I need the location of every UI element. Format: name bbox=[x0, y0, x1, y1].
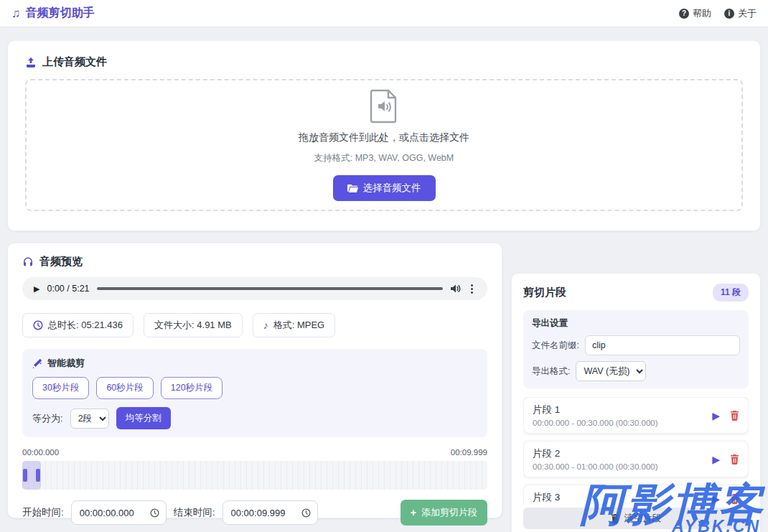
segment-range: 00:00.000 - 00:30.000 (00:30.000) bbox=[533, 419, 712, 427]
add-segment-button[interactable]: + 添加剪切片段 bbox=[401, 500, 487, 526]
app-page: ♫ 音频剪切助手 ? 帮助 i 关于 上传音频文件 bbox=[0, 0, 768, 532]
info-icon: i bbox=[724, 9, 734, 19]
cut-30s-button[interactable]: 30秒片段 bbox=[32, 377, 89, 399]
filesize-badge: 文件大小: 4.91 MB bbox=[144, 313, 243, 337]
audio-player[interactable]: ▶ 0:00 / 5:21 bbox=[22, 277, 487, 300]
segments-title: 剪切片段 bbox=[523, 286, 566, 299]
help-label: 帮助 bbox=[693, 7, 711, 20]
segment-actions: ▶ bbox=[712, 493, 739, 505]
waveform[interactable] bbox=[22, 461, 487, 490]
delete-segment-button[interactable] bbox=[730, 454, 739, 465]
delete-segment-button[interactable] bbox=[730, 494, 739, 504]
cut-60s-button[interactable]: 60秒片段 bbox=[96, 377, 153, 399]
waveform-labels: 00:00.000 00:09.999 bbox=[22, 448, 487, 457]
preview-section-title: 音频预览 bbox=[22, 255, 487, 269]
segment-name: 片段 2 bbox=[533, 447, 712, 460]
about-label: 关于 bbox=[738, 7, 757, 20]
prefix-row: 文件名前缀: bbox=[532, 335, 740, 355]
player-seek-bar[interactable] bbox=[97, 287, 443, 290]
clock-icon[interactable] bbox=[301, 508, 311, 518]
export-settings-title: 导出设置 bbox=[532, 317, 740, 330]
app-header: ♫ 音频剪切助手 ? 帮助 i 关于 bbox=[0, 0, 768, 27]
delete-segment-button[interactable] bbox=[730, 411, 739, 421]
segments-card: 剪切片段 11 段 导出设置 文件名前缀: 导出格式: WAV (无损) bbox=[511, 273, 761, 532]
segments-header: 剪切片段 11 段 bbox=[523, 284, 749, 302]
player-play-icon[interactable]: ▶ bbox=[34, 284, 39, 294]
player-more-options-icon[interactable] bbox=[468, 283, 476, 295]
prefix-input[interactable] bbox=[585, 335, 740, 355]
segment-info: 片段 3 bbox=[533, 491, 712, 505]
supported-formats-text: 支持格式: MP3, WAV, OGG, WebM bbox=[314, 152, 454, 164]
upload-card: 上传音频文件 拖放音频文件到此处，或点击选择文件 支持格式: MP3, WAV,… bbox=[7, 40, 761, 231]
app-title: 音频剪切助手 bbox=[26, 6, 95, 21]
waveform-end-label: 00:09.999 bbox=[451, 448, 487, 457]
split-label: 等分为: bbox=[32, 412, 63, 425]
right-column: 剪切片段 11 段 导出设置 文件名前缀: 导出格式: WAV (无损) bbox=[511, 273, 761, 532]
equal-split-button[interactable]: 均等分割 bbox=[116, 407, 171, 429]
duration-badge: 总时长: 05:21.436 bbox=[22, 313, 134, 337]
format-badge: ♪ 格式: MPEG bbox=[253, 313, 336, 337]
dropzone-text: 拖放音频文件到此处，或点击选择文件 bbox=[299, 131, 469, 144]
trash-icon bbox=[730, 494, 739, 504]
plus-icon: + bbox=[411, 507, 416, 518]
help-link[interactable]: ? 帮助 bbox=[679, 7, 711, 20]
duration-text: 总时长: 05:21.436 bbox=[48, 319, 123, 332]
preview-section-label: 音频预览 bbox=[39, 255, 83, 269]
segment-item-3: 片段 3 ▶ bbox=[523, 485, 749, 505]
segment-range: 00:30.000 - 01:00.000 (00:30.000) bbox=[533, 462, 712, 471]
main-row: 音频预览 ▶ 0:00 / 5:21 bbox=[7, 243, 761, 532]
headphones-icon bbox=[22, 256, 34, 268]
play-segment-button[interactable]: ▶ bbox=[712, 410, 720, 421]
header-nav: ? 帮助 i 关于 bbox=[679, 7, 757, 20]
magic-wand-icon bbox=[32, 358, 42, 368]
format-row: 导出格式: WAV (无损) bbox=[532, 361, 740, 381]
time-controls-row: 开始时间: 结束时间: + 添加剪切片段 bbox=[22, 500, 487, 526]
folder-icon bbox=[347, 184, 358, 193]
prefix-label: 文件名前缀: bbox=[532, 340, 579, 352]
upload-section-label: 上传音频文件 bbox=[42, 55, 107, 69]
segment-count-badge: 11 段 bbox=[713, 284, 749, 302]
upload-icon bbox=[25, 57, 37, 68]
selection-right-handle[interactable] bbox=[36, 469, 40, 482]
trash-icon bbox=[730, 411, 739, 421]
end-time-field bbox=[223, 500, 318, 525]
clock-icon[interactable] bbox=[150, 508, 159, 518]
audio-preview-card: 音频预览 ▶ 0:00 / 5:21 bbox=[7, 243, 502, 518]
audio-info-row: 总时长: 05:21.436 文件大小: 4.91 MB ♪ 格式: MPEG bbox=[22, 313, 487, 337]
segment-list[interactable]: 片段 1 00:00.000 - 00:30.000 (00:30.000) ▶ bbox=[523, 397, 749, 505]
end-time-input[interactable] bbox=[231, 508, 297, 518]
upload-section-title: 上传音频文件 bbox=[25, 55, 743, 69]
segment-name: 片段 3 bbox=[533, 491, 712, 504]
split-row: 等分为: 2段 均等分割 bbox=[32, 407, 477, 429]
format-label: 导出格式: bbox=[532, 365, 570, 378]
clear-segments-label: 清空片段 bbox=[624, 512, 662, 525]
add-segment-label: 添加剪切片段 bbox=[421, 506, 477, 519]
clear-segments-button[interactable]: 清空片段 bbox=[523, 508, 749, 529]
music-note-icon: ♪ bbox=[263, 319, 268, 331]
export-format-select[interactable]: WAV (无损) bbox=[576, 361, 646, 381]
start-time-field bbox=[71, 500, 167, 525]
selection-left-handle[interactable] bbox=[23, 469, 27, 482]
upload-dropzone[interactable]: 拖放音频文件到此处，或点击选择文件 支持格式: MP3, WAV, OGG, W… bbox=[25, 79, 743, 211]
segment-name: 片段 1 bbox=[533, 403, 712, 416]
smart-cut-box: 智能裁剪 30秒片段 60秒片段 120秒片段 等分为: 2段 均等分割 bbox=[22, 349, 487, 437]
segment-item-2: 片段 2 00:30.000 - 01:00.000 (00:30.000) ▶ bbox=[523, 441, 749, 477]
segment-item-1: 片段 1 00:00.000 - 00:30.000 (00:30.000) ▶ bbox=[523, 397, 749, 434]
select-file-label: 选择音频文件 bbox=[363, 182, 421, 195]
segment-info: 片段 1 00:00.000 - 00:30.000 (00:30.000) bbox=[533, 403, 712, 427]
export-settings-box: 导出设置 文件名前缀: 导出格式: WAV (无损) bbox=[523, 310, 749, 388]
select-file-button[interactable]: 选择音频文件 bbox=[333, 175, 436, 201]
waveform-selection[interactable] bbox=[22, 461, 41, 490]
play-segment-button[interactable]: ▶ bbox=[712, 493, 720, 505]
segment-actions: ▶ bbox=[712, 454, 739, 465]
start-time-input[interactable] bbox=[80, 508, 146, 518]
play-segment-button[interactable]: ▶ bbox=[712, 454, 720, 465]
player-time: 0:00 / 5:21 bbox=[47, 284, 89, 294]
split-count-select[interactable]: 2段 bbox=[70, 409, 109, 429]
volume-icon[interactable] bbox=[450, 284, 461, 294]
about-link[interactable]: i 关于 bbox=[724, 7, 757, 20]
waveform-start-label: 00:00.000 bbox=[22, 448, 59, 457]
cut-120s-button[interactable]: 120秒片段 bbox=[161, 377, 223, 399]
quick-cut-row: 30秒片段 60秒片段 120秒片段 bbox=[32, 377, 477, 399]
content: 上传音频文件 拖放音频文件到此处，或点击选择文件 支持格式: MP3, WAV,… bbox=[0, 27, 768, 532]
